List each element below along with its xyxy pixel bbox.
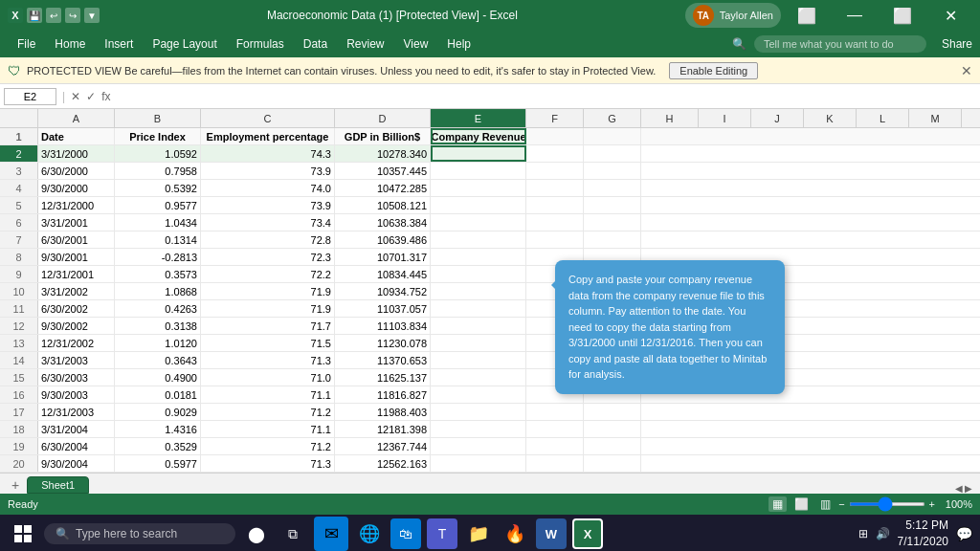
cell-date-11[interactable]: 12/31/2002 — [38, 335, 115, 351]
cell-rev-2[interactable] — [431, 180, 526, 196]
page-break-btn[interactable]: ▥ — [816, 496, 835, 512]
col-header-m[interactable]: M — [909, 109, 962, 127]
cell-rev-17[interactable] — [431, 438, 526, 454]
cell-price-3[interactable]: 0.9577 — [115, 197, 201, 213]
cell-rev-11[interactable] — [431, 335, 526, 351]
row-num-12[interactable]: 12 — [0, 318, 38, 334]
protected-close-button[interactable]: ✕ — [961, 63, 972, 78]
cell-f-2[interactable] — [526, 180, 584, 196]
taskbar-browser-icon[interactable]: 🔥 — [500, 518, 530, 549]
cell-f-15[interactable] — [526, 404, 584, 420]
row-num-13[interactable]: 13 — [0, 335, 38, 351]
cell-date-5[interactable]: 6/30/2001 — [38, 231, 115, 248]
col-header-i[interactable]: I — [699, 109, 751, 127]
cell-gdp-11[interactable]: 11230.078 — [335, 335, 431, 351]
row-num-18[interactable]: 18 — [0, 421, 38, 437]
cell-gdp-6[interactable]: 10701.317 — [335, 249, 431, 265]
cell-gdp-16[interactable]: 12181.398 — [335, 421, 431, 437]
row-num-20[interactable]: 20 — [0, 455, 38, 472]
cell-price-12[interactable]: 0.3643 — [115, 352, 201, 368]
cell-date-8[interactable]: 3/31/2002 — [38, 283, 115, 299]
cell-emp-16[interactable]: 71.1 — [201, 421, 335, 437]
cell-gdp-18[interactable]: 12562.163 — [335, 455, 431, 472]
menu-item-formulas[interactable]: Formulas — [227, 33, 294, 55]
cell-gdp-0[interactable]: 10278.340 — [335, 145, 431, 162]
cell-rev-0[interactable] — [431, 145, 526, 162]
name-box[interactable] — [4, 88, 56, 105]
cell-emp-12[interactable]: 71.3 — [201, 352, 335, 368]
zoom-slider[interactable] — [849, 502, 925, 506]
cell-date-7[interactable]: 12/31/2001 — [38, 266, 115, 282]
cell-emp-15[interactable]: 71.2 — [201, 404, 335, 420]
cell-gdp-2[interactable]: 10472.285 — [335, 180, 431, 196]
row-num-16[interactable]: 16 — [0, 386, 38, 403]
cell-gdp-15[interactable]: 11988.403 — [335, 404, 431, 420]
maximize-btn[interactable]: ⬜ — [880, 0, 924, 31]
cell-date-4[interactable]: 3/31/2001 — [38, 214, 115, 231]
col-header-e[interactable]: E — [431, 109, 526, 127]
taskbar-task-view[interactable]: ⧉ — [278, 518, 308, 549]
row-num-4[interactable]: 4 — [0, 180, 38, 196]
header-gdp[interactable]: GDP in Billion$ — [335, 128, 431, 144]
cell-gdp-14[interactable]: 11816.827 — [335, 386, 431, 403]
cell-rev-5[interactable] — [431, 231, 526, 248]
cell-f-16[interactable] — [526, 421, 584, 437]
taskbar-cortana[interactable]: ⬤ — [241, 518, 272, 549]
header-price[interactable]: Price Index — [115, 128, 201, 144]
scroll-right-btn[interactable]: ▶ — [965, 483, 972, 494]
cell-price-0[interactable]: 1.0592 — [115, 145, 201, 162]
cell-g-4[interactable] — [584, 214, 641, 231]
row-num-5[interactable]: 5 — [0, 197, 38, 213]
cell-price-5[interactable]: 0.1314 — [115, 231, 201, 248]
cell-emp-0[interactable]: 74.3 — [201, 145, 335, 162]
cell-price-13[interactable]: 0.4900 — [115, 369, 201, 386]
cell-price-9[interactable]: 0.4263 — [115, 300, 201, 317]
row-num-14[interactable]: 14 — [0, 352, 38, 368]
cell-gdp-13[interactable]: 11625.137 — [335, 369, 431, 386]
col-header-f[interactable]: F — [526, 109, 584, 127]
cell-date-16[interactable]: 3/31/2004 — [38, 421, 115, 437]
confirm-formula-icon[interactable]: ✓ — [86, 90, 96, 103]
cell-emp-11[interactable]: 71.5 — [201, 335, 335, 351]
cell-date-2[interactable]: 9/30/2000 — [38, 180, 115, 196]
minimize-btn[interactable]: — — [833, 0, 877, 31]
sound-icon[interactable]: 🔊 — [876, 527, 890, 540]
taskbar-store-icon[interactable]: 🛍 — [390, 518, 421, 549]
cell-f-0[interactable] — [526, 145, 584, 162]
col-header-h[interactable]: H — [641, 109, 699, 127]
enable-editing-button[interactable]: Enable Editing — [669, 62, 758, 79]
row-num-8[interactable]: 8 — [0, 249, 38, 265]
cell-emp-5[interactable]: 72.8 — [201, 231, 335, 248]
cell-price-15[interactable]: 0.9029 — [115, 404, 201, 420]
taskbar-edge-icon[interactable]: 🌐 — [354, 518, 385, 549]
cell-g-3[interactable] — [584, 197, 641, 213]
cell-rev-12[interactable] — [431, 352, 526, 368]
cell-price-16[interactable]: 1.4316 — [115, 421, 201, 437]
cell-date-9[interactable]: 6/30/2002 — [38, 300, 115, 317]
cell-gdp-5[interactable]: 10639.486 — [335, 231, 431, 248]
cell-f-3[interactable] — [526, 197, 584, 213]
cell-emp-4[interactable]: 73.4 — [201, 214, 335, 231]
cell-rev-13[interactable] — [431, 369, 526, 386]
menu-item-view[interactable]: View — [394, 33, 438, 55]
cell-emp-2[interactable]: 74.0 — [201, 180, 335, 196]
col-header-b[interactable]: B — [115, 109, 201, 127]
cell-date-17[interactable]: 6/30/2004 — [38, 438, 115, 454]
network-icon[interactable]: ⊞ — [858, 527, 868, 540]
scroll-left-btn[interactable]: ◀ — [955, 483, 963, 494]
cell-gdp-17[interactable]: 12367.744 — [335, 438, 431, 454]
cell-rev-6[interactable] — [431, 249, 526, 265]
cell-price-10[interactable]: 0.3138 — [115, 318, 201, 334]
cell-g-5[interactable] — [584, 231, 641, 248]
cell-g-16[interactable] — [584, 421, 641, 437]
col-header-l[interactable]: L — [857, 109, 909, 127]
add-sheet-button[interactable]: + — [4, 476, 27, 494]
cell-price-14[interactable]: 0.0181 — [115, 386, 201, 403]
sheet1-tab[interactable]: Sheet1 — [27, 476, 89, 494]
cell-emp-1[interactable]: 73.9 — [201, 163, 335, 179]
taskbar-explorer-icon[interactable]: 📁 — [463, 518, 494, 549]
cell-date-15[interactable]: 12/31/2003 — [38, 404, 115, 420]
row-num-6[interactable]: 6 — [0, 214, 38, 231]
row-num-10[interactable]: 10 — [0, 283, 38, 299]
cell-rev-7[interactable] — [431, 266, 526, 282]
